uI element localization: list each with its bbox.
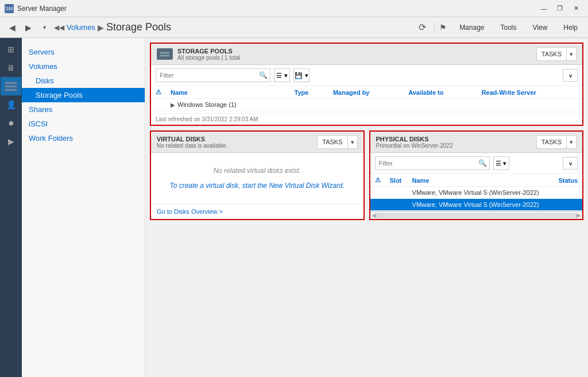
back-button[interactable]: ◀ (5, 20, 20, 35)
physical-disks-expand-button[interactable]: ∨ (563, 157, 578, 170)
phys-row-slot (385, 187, 408, 199)
physical-disks-tasks-button[interactable]: TASKS ▾ (536, 135, 577, 149)
sidebar-item-disks[interactable]: Disks (22, 74, 145, 88)
pool-name: Windows Storage (1) (177, 101, 237, 108)
phys-row-name: VMware, VMware Virtual S (WinServer-2022… (408, 187, 552, 199)
virtual-disks-title: VIRTUAL DISKS (157, 136, 312, 143)
storage-pools-save-button[interactable]: 💾 ▾ (293, 68, 310, 82)
bottom-panels-row: VIRTUAL DISKS No related data is availab… (150, 130, 583, 220)
close-button[interactable]: ✕ (568, 3, 583, 14)
flag-icon: ⚑ (439, 23, 447, 32)
row-warning (151, 99, 166, 111)
storage-pools-panel: STORAGE POOLS All storage pools | 1 tota… (150, 43, 583, 126)
physical-disks-filter-input[interactable] (376, 160, 476, 167)
tools-button[interactable]: Tools (495, 21, 523, 34)
strip-expand-btn[interactable]: ▶ (1, 132, 21, 151)
storage-pools-icon (157, 48, 173, 60)
row-available-to (404, 99, 477, 111)
physical-disks-filter-bar: 🔍 ☰ ▾ ∨ (370, 153, 583, 174)
col-available-to[interactable]: Available to (404, 86, 477, 99)
storage-pools-status: Last refreshed on 3/31/2022 2:29:03 AM (151, 113, 582, 125)
phys-col-name[interactable]: Name (408, 174, 552, 187)
help-button[interactable]: Help (558, 21, 583, 34)
sidebar-item-work-folders[interactable]: Work Folders (22, 131, 145, 145)
physical-disks-list-view-button[interactable]: ☰ ▾ (493, 156, 509, 170)
tree-toggle[interactable]: ▶ (171, 102, 175, 108)
storage-pools-filter-input[interactable] (156, 72, 257, 79)
sidebar: Servers Volumes Disks Storage Pools Shar… (22, 38, 145, 377)
col-type[interactable]: Type (290, 86, 328, 99)
virtual-disks-create-link[interactable]: To create a virtual disk, start the New … (169, 182, 345, 190)
left-strip: ⊞ 🖥 👤 ⬢ ▶ (0, 38, 22, 377)
toolbar: ◀ ▶ ▾ ◀◀ Volumes ▶ Storage Pools ⟳ ⚑ Man… (0, 17, 588, 38)
physical-disks-scrollbar[interactable]: ◀ ▶ (370, 211, 583, 219)
strip-network-btn[interactable]: ⬢ (1, 114, 21, 132)
storage-pools-expand-button[interactable]: ∨ (563, 69, 578, 82)
table-row[interactable]: VMware, VMware Virtual S (WinServer-2022… (370, 199, 583, 211)
row-name: ▶ Windows Storage (1) (166, 99, 290, 111)
warning-col-icon: ⚠ (156, 89, 161, 95)
nav-buttons: ◀ ▶ ▾ (5, 20, 52, 35)
phys-row-status (552, 187, 582, 199)
phys-col-status[interactable]: Status (552, 174, 582, 187)
phys-col-warning[interactable]: ⚠ (370, 174, 385, 187)
sidebar-item-shares[interactable]: Shares (22, 102, 145, 117)
table-row[interactable]: ▶ Windows Storage (1) (151, 99, 582, 111)
storage-pools-list-view-button[interactable]: ☰ ▾ (274, 68, 290, 82)
sidebar-item-volumes[interactable]: Volumes (22, 59, 145, 74)
storage-pools-table: ⚠ Name Type Managed by Available to Read… (151, 86, 582, 111)
main-layout: ⊞ 🖥 👤 ⬢ ▶ Servers Volumes Disks Storage … (0, 38, 588, 377)
sidebar-item-storage-pools[interactable]: Storage Pools (22, 88, 145, 102)
storage-pools-table-header: ⚠ Name Type Managed by Available to Read… (151, 86, 582, 99)
physical-disks-table-header: ⚠ Slot Name Status (370, 174, 583, 187)
sidebar-nav: Servers Volumes Disks Storage Pools Shar… (22, 43, 145, 148)
row-managed-by (328, 99, 404, 111)
virtual-disks-footer: Go to Disks Overview > (151, 203, 363, 219)
virtual-disks-title-group: VIRTUAL DISKS No related data is availab… (157, 136, 312, 149)
sidebar-item-iscsi[interactable]: iSCSI (22, 117, 145, 131)
row-rw-server (477, 99, 582, 111)
physical-disks-table: ⚠ Slot Name Status VMware, VMware Virtua… (370, 174, 583, 211)
app-icon: SM (5, 4, 14, 13)
go-to-disks-link[interactable]: Go to Disks Overview > (157, 208, 223, 215)
storage-pools-search-icon: 🔍 (257, 71, 270, 79)
col-rw-server[interactable]: Read-Write Server (477, 86, 582, 99)
storage-pools-filter-bar: 🔍 ☰ ▾ 💾 ▾ ∨ (151, 65, 582, 86)
nav-dropdown-button[interactable]: ▾ (37, 20, 52, 35)
window-controls: — ❐ ✕ (536, 3, 583, 14)
col-name[interactable]: Name (166, 86, 290, 99)
row-type (290, 99, 328, 111)
manage-button[interactable]: Manage (454, 21, 490, 34)
strip-storage-btn[interactable] (1, 77, 21, 95)
physical-disks-subtitle: Primordial on WinServer-2022 (376, 143, 532, 149)
table-row[interactable]: VMware, VMware Virtual S (WinServer-2022… (370, 187, 583, 199)
storage-pools-subtitle: All storage pools | 1 total (177, 55, 532, 61)
sidebar-item-servers[interactable]: Servers (22, 45, 145, 59)
strip-servers-btn[interactable]: 🖥 (1, 59, 21, 77)
breadcrumb-current: Storage Pools (106, 21, 171, 33)
virtual-disks-tasks-button[interactable]: TASKS ▾ (317, 135, 357, 149)
strip-users-btn[interactable]: 👤 (1, 95, 21, 114)
phys-col-slot[interactable]: Slot (385, 174, 408, 187)
refresh-button[interactable]: ⟳ (415, 20, 430, 35)
storage-pools-header: STORAGE POOLS All storage pools | 1 tota… (151, 44, 582, 65)
storage-pools-tasks-button[interactable]: TASKS ▾ (536, 47, 577, 61)
breadcrumb: ◀◀ Volumes ▶ Storage Pools (54, 21, 412, 33)
virtual-disks-empty-state: No related virtual disks exist. To creat… (151, 153, 363, 203)
physical-disks-title: PHYSICAL DISKS (376, 136, 532, 143)
phys-row-slot (385, 199, 408, 211)
breadcrumb-volumes[interactable]: Volumes (67, 23, 95, 32)
forward-button[interactable]: ▶ (21, 20, 36, 35)
col-warning[interactable]: ⚠ (151, 86, 166, 99)
physical-disks-title-group: PHYSICAL DISKS Primordial on WinServer-2… (376, 136, 532, 149)
physical-disks-tasks-arrow: ▾ (566, 136, 576, 148)
content-area: STORAGE POOLS All storage pools | 1 tota… (145, 38, 588, 377)
title-bar: SM Server Manager — ❐ ✕ (0, 0, 588, 17)
minimize-button[interactable]: — (536, 3, 551, 14)
restore-button[interactable]: ❐ (552, 3, 567, 14)
view-button[interactable]: View (527, 21, 554, 34)
strip-dashboard-btn[interactable]: ⊞ (1, 40, 21, 59)
scroll-track[interactable] (376, 213, 577, 218)
phys-row-warn (370, 187, 385, 199)
col-managed-by[interactable]: Managed by (328, 86, 404, 99)
